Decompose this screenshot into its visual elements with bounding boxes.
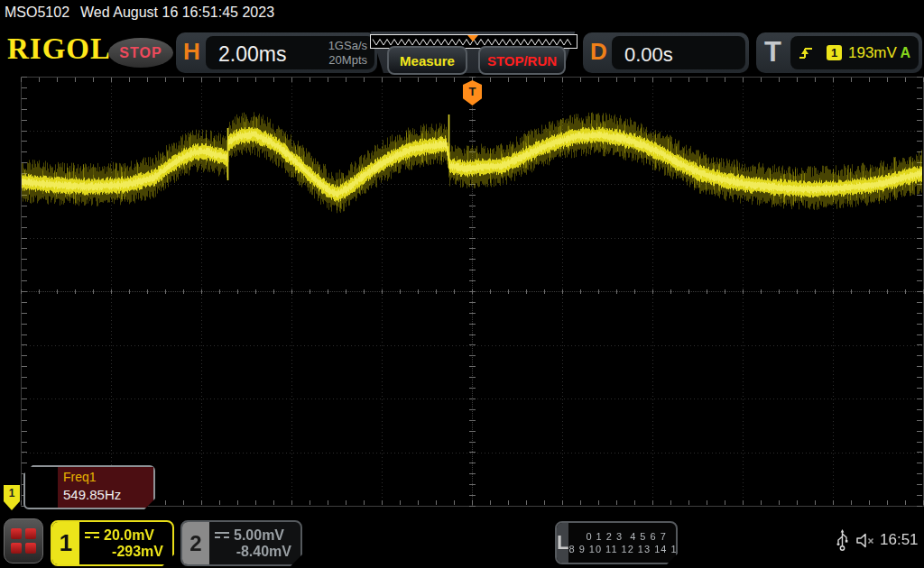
measurement-content: Freq1 549.85Hz — [58, 467, 153, 508]
channel1-offset: -293mV — [83, 544, 167, 560]
measurement-box[interactable]: Freq1 549.85Hz — [23, 465, 155, 509]
dc-coupling-icon — [215, 532, 229, 538]
channel2-panel[interactable]: 2 5.00mV -8.40mV — [180, 520, 302, 566]
channel1-scale: 20.0mV — [104, 527, 154, 544]
channel1-panel[interactable]: 1 20.0mV -293mV — [51, 520, 174, 566]
usb-icon — [836, 528, 849, 552]
clock-label: 16:51 — [880, 531, 919, 549]
logic-row1: 0 1 2 3 4 5 6 7 — [568, 530, 678, 543]
channel2-scale: 5.00mV — [234, 527, 284, 544]
logic-tab: L — [557, 523, 568, 563]
measurement-value: 549.85Hz — [63, 487, 153, 502]
channel1-tab: 1 — [52, 522, 79, 564]
measurement-name: Freq1 — [63, 470, 153, 484]
logic-row2: 8 9 10 11 12 13 14 15 — [568, 543, 678, 555]
logic-channel-list: 0 1 2 3 4 5 6 7 8 9 10 11 12 13 14 15 — [568, 523, 678, 563]
speaker-muted-icon — [855, 532, 877, 549]
channel2-body: 5.00mV -8.40mV — [209, 522, 300, 564]
logic-channels-panel[interactable]: L 0 1 2 3 4 5 6 7 8 9 10 11 12 13 14 15 — [555, 521, 678, 564]
menu-button[interactable] — [4, 518, 43, 563]
channel1-body: 20.0mV -293mV — [79, 522, 172, 564]
app-grid-icon — [11, 528, 36, 554]
dc-coupling-icon — [85, 532, 99, 538]
channel2-offset: -8.40mV — [213, 544, 295, 560]
channel2-tab: 2 — [182, 522, 209, 564]
